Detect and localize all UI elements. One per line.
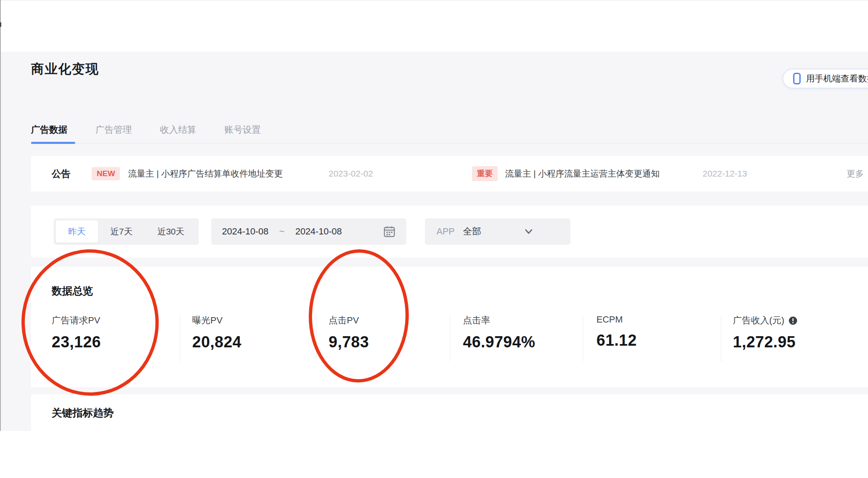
announcement-link-2[interactable]: 流量主 | 小程序流量主运营主体变更通知 (505, 168, 660, 179)
trends-heading: 关键指标趋势 (52, 406, 114, 420)
metric-label: 点击率 (463, 314, 535, 327)
metric-label: 点击PV (329, 314, 369, 327)
tab-account-settings[interactable]: 账号设置 (224, 124, 261, 136)
calendar-icon (383, 225, 396, 238)
metric-value: 46.9794% (463, 333, 535, 351)
date-range-start: 2024-10-08 (222, 226, 269, 237)
metric-divider (180, 315, 180, 362)
metric-value: 20,824 (192, 333, 241, 351)
data-overview-card: 数据总览 广告请求PV 23,126 曝光PV 20,824 点击PV 9,78… (31, 267, 868, 387)
overview-heading: 数据总览 (52, 284, 93, 298)
announcement-date-2: 2022-12-13 (703, 169, 747, 179)
metric-label: 广告请求PV (52, 314, 101, 327)
announcement-bar: 公告 NEW 流量主 | 小程序广告结算单收件地址变更 2023-02-02 重… (31, 156, 868, 191)
metric-click-pv: 点击PV 9,783 (329, 314, 369, 351)
window-edge-tick (0, 22, 1, 27)
app-filter-select[interactable]: APP 全部 (425, 218, 570, 245)
metric-divider (583, 315, 583, 362)
metric-value: 61.12 (596, 332, 637, 349)
app-filter-value: 全部 (463, 225, 481, 238)
app-filter-label: APP (436, 226, 455, 237)
page-title: 商业化变现 (31, 60, 99, 78)
important-badge: 重要 (472, 166, 498, 181)
chevron-down-icon (523, 226, 534, 237)
filter-bar: 昨天 近7天 近30天 2024-10-08 ~ 2024-10-08 (31, 206, 868, 258)
metric-divider (450, 315, 450, 362)
date-range-picker[interactable]: 2024-10-08 ~ 2024-10-08 (211, 218, 406, 245)
tab-bar: 广告数据 广告管理 收入结算 账号设置 (31, 124, 261, 136)
metric-label: 曝光PV (192, 314, 241, 327)
tabbar-divider (31, 143, 868, 143)
metric-value: 9,783 (329, 333, 369, 351)
view-on-mobile-label: 用手机端查看数据 (806, 73, 868, 84)
metric-value: 1,272.95 (733, 333, 797, 351)
tab-ad-data[interactable]: 广告数据 (31, 124, 67, 136)
metric-label: ECPM (596, 314, 637, 325)
metric-divider (721, 315, 721, 362)
active-tab-underline (31, 142, 75, 144)
info-icon[interactable] (789, 316, 797, 325)
new-badge: NEW (92, 167, 120, 180)
metric-ad-revenue: 广告收入(元) 1,272.95 (733, 314, 797, 351)
announcement-date-1: 2023-02-02 (329, 169, 373, 179)
window-top-edge (0, 0, 868, 0)
quick-range-7days[interactable]: 近7天 (98, 220, 145, 243)
date-range-separator: ~ (279, 226, 285, 237)
date-range-end: 2024-10-08 (295, 226, 342, 237)
metric-click-rate: 点击率 46.9794% (463, 314, 535, 351)
view-on-mobile-button[interactable]: 用手机端查看数据 (782, 69, 868, 88)
announcement-more-link[interactable]: 更多 (847, 168, 864, 179)
monetization-dashboard: 商业化变现 用手机端查看数据 广告数据 广告管理 收入结算 账号设置 公告 NE… (0, 0, 868, 478)
window-left-edge (0, 0, 1, 431)
metric-value: 23,126 (52, 333, 101, 351)
metric-ad-request-pv: 广告请求PV 23,126 (52, 314, 101, 351)
quick-range-segmented-control: 昨天 近7天 近30天 (54, 218, 199, 245)
metric-impression-pv: 曝光PV 20,824 (192, 314, 241, 351)
metric-label: 广告收入(元) (733, 314, 785, 327)
quick-range-30days[interactable]: 近30天 (145, 220, 197, 243)
announcement-heading: 公告 (52, 167, 71, 180)
tab-ad-management[interactable]: 广告管理 (95, 124, 132, 136)
announcement-link-1[interactable]: 流量主 | 小程序广告结算单收件地址变更 (128, 168, 283, 179)
quick-range-yesterday[interactable]: 昨天 (56, 220, 98, 243)
tab-revenue-settlement[interactable]: 收入结算 (160, 124, 196, 136)
metric-divider (316, 315, 317, 362)
metric-ecpm: ECPM 61.12 (596, 314, 637, 349)
phone-icon (793, 73, 801, 84)
key-metric-trends-card: 关键指标趋势 (31, 394, 868, 478)
